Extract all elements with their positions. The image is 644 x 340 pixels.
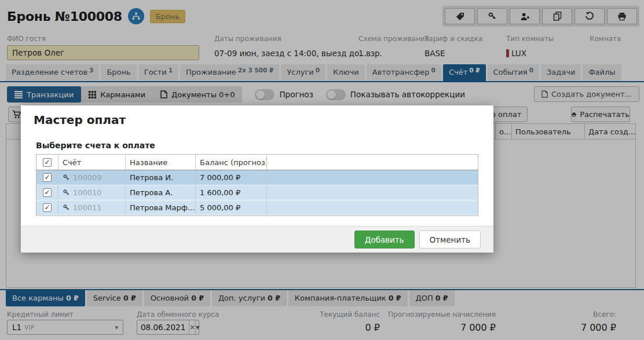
name-cell: Петрова А. xyxy=(125,185,195,200)
booking-window: Бронь №100008 Бронь xyxy=(0,0,644,340)
key-icon xyxy=(63,189,70,196)
add-button[interactable]: Добавить xyxy=(354,231,415,248)
accounts-table: ✓ Счёт Название Баланс (прогноз) ✓ 10000… xyxy=(36,154,478,216)
cancel-button[interactable]: Отменить xyxy=(419,231,481,248)
account-row[interactable]: ✓ 100011 Петрова Марф... 5 000,00 ₽ xyxy=(36,200,478,215)
accounts-table-header: ✓ Счёт Название Баланс (прогноз) xyxy=(36,155,478,170)
account-cell: 100011 xyxy=(58,200,125,215)
account-row[interactable]: ✓ 100010 Петрова А. 1 600,00 ₽ xyxy=(36,185,478,200)
modal-subtitle: Выберите счета к оплате xyxy=(36,141,155,150)
row-checkbox[interactable]: ✓ xyxy=(43,188,52,197)
name-cell: Петрова Марф... xyxy=(125,200,195,215)
empty-cell xyxy=(266,200,478,215)
name-cell: Петрова И. xyxy=(125,170,195,185)
key-icon xyxy=(63,204,70,211)
balance-cell: 7 000,00 ₽ xyxy=(195,170,266,185)
payment-wizard-modal: Мастер оплат Выберите счета к оплате ✓ С… xyxy=(21,105,493,253)
modal-title: Мастер оплат xyxy=(34,113,126,127)
header-checkbox-cell: ✓ xyxy=(36,155,58,170)
account-number: 100009 xyxy=(73,173,102,182)
row-checkbox[interactable]: ✓ xyxy=(43,203,52,212)
row-checkbox-cell: ✓ xyxy=(36,185,58,200)
column-header-name: Название xyxy=(125,155,195,170)
row-checkbox[interactable]: ✓ xyxy=(43,173,52,182)
column-header-empty xyxy=(266,155,478,170)
account-row[interactable]: ✓ 100009 Петрова И. 7 000,00 ₽ xyxy=(36,170,478,185)
balance-cell: 1 600,00 ₽ xyxy=(195,185,266,200)
row-checkbox-cell: ✓ xyxy=(36,200,58,215)
account-number: 100011 xyxy=(73,203,102,212)
key-icon xyxy=(63,174,70,181)
modal-footer: Добавить Отменить xyxy=(21,226,493,253)
account-cell: 100009 xyxy=(58,170,125,185)
row-checkbox-cell: ✓ xyxy=(36,170,58,185)
column-header-account: Счёт xyxy=(58,155,125,170)
account-cell: 100010 xyxy=(58,185,125,200)
empty-cell xyxy=(266,185,478,200)
balance-cell: 5 000,00 ₽ xyxy=(195,200,266,215)
account-number: 100010 xyxy=(73,188,102,197)
empty-cell xyxy=(266,170,478,185)
column-header-balance: Баланс (прогноз) xyxy=(195,155,266,170)
select-all-checkbox[interactable]: ✓ xyxy=(43,158,52,167)
